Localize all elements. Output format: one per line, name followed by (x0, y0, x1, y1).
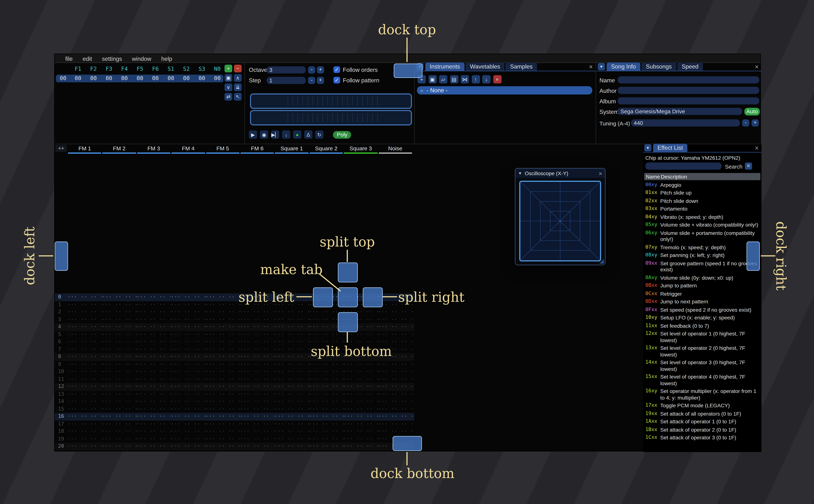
pattern-cell[interactable]: ··· ·· ·· ·· (67, 391, 102, 398)
pattern-cell[interactable]: ··· ·· ·· ·· (240, 383, 274, 391)
instruments-toolbar-button[interactable]: ▱ (439, 75, 448, 83)
pattern-cell[interactable]: ··· ·· ·· ·· (343, 413, 378, 420)
pattern-cell[interactable]: ··· ·· ·· ·· (309, 361, 343, 368)
pattern-cell[interactable]: ··· ·· ·· ·· (67, 376, 102, 383)
pattern-cell[interactable]: ··· ·· ·· ·· (240, 361, 274, 368)
pattern-cell[interactable]: ··· ·· ·· ·· (205, 405, 240, 413)
pattern-cell[interactable]: ··· ·· ·· ·· (102, 353, 136, 361)
poly-button[interactable]: Poly (333, 131, 351, 139)
transport-button[interactable]: ↓ (282, 130, 290, 139)
tuning-field[interactable]: 440 (631, 119, 740, 127)
pattern-cell[interactable]: ··· ·· ·· ·· (171, 420, 205, 428)
close-icon[interactable]: × (586, 63, 596, 71)
pattern-cell[interactable]: ··· ·· ·· ·· (274, 376, 309, 383)
pattern-cell[interactable]: ··· ·· ·· ·· (205, 428, 240, 435)
pattern-cell[interactable]: ··· ·· ·· ·· (309, 428, 343, 435)
instrument-list-item[interactable]: ○- None - (417, 86, 592, 95)
pattern-cell[interactable]: ··· ·· ·· ·· (102, 338, 136, 346)
pattern-cell[interactable]: ··· ·· ·· ·· (274, 405, 309, 413)
piano-upper[interactable] (250, 93, 412, 109)
instruments-toolbar-button[interactable]: ▤ (450, 75, 458, 83)
orders-cell[interactable]: 00 (209, 75, 225, 82)
pattern-channel[interactable]: FM 1 (67, 145, 102, 153)
pattern-cell[interactable]: ··· ·· ·· ·· (67, 428, 102, 435)
orders-toolbar-button[interactable]: ↖ (234, 93, 242, 101)
instruments-tab[interactable]: Instruments (425, 62, 465, 71)
pattern-cell[interactable]: ··· ·· ·· ·· (171, 368, 205, 376)
pattern-cell[interactable]: ··· ·· ·· ·· (205, 316, 240, 323)
follow-pattern-checkbox[interactable]: ✓ (333, 77, 340, 83)
pattern-cell[interactable]: ··· ·· ·· ·· (67, 293, 102, 301)
pattern-cell[interactable]: ··· ·· ·· ·· (240, 353, 274, 361)
pattern-cell[interactable]: ··· ·· ·· ·· (205, 413, 240, 420)
pattern-cell[interactable]: ··· ·· ·· ·· (171, 443, 205, 450)
pattern-cell[interactable]: ··· ·· ·· ·· (343, 398, 378, 405)
pattern-cell[interactable]: ··· ·· ·· ·· (343, 428, 378, 435)
resize-grip[interactable] (600, 259, 604, 264)
menu-item[interactable]: window (127, 55, 156, 62)
pattern-cell[interactable]: ··· ·· ·· ·· (274, 308, 309, 316)
split-target-bottom[interactable] (338, 312, 358, 332)
pattern-cell[interactable]: ··· ·· ·· ·· (67, 308, 102, 316)
pattern-cell[interactable]: ··· ·· ·· ·· (343, 368, 378, 376)
pattern-channel[interactable]: Square 2 (309, 145, 343, 153)
pattern-cell[interactable]: ··· ·· ·· ·· (309, 331, 343, 338)
pattern-cell[interactable]: ··· ·· ·· ·· (309, 413, 343, 420)
pattern-cell[interactable]: ··· ·· ·· ·· (240, 331, 274, 338)
pattern-cell[interactable]: ··· ·· ·· ·· (136, 428, 171, 435)
pattern-cell[interactable]: ··· ·· ·· ·· (309, 383, 343, 391)
pattern-channel[interactable]: FM 6 (240, 145, 274, 153)
pattern-cell[interactable]: ··· ·· ·· ·· (67, 405, 102, 413)
pattern-cell[interactable]: ··· ·· ·· ·· (136, 338, 171, 346)
orders-toolbar-button[interactable]: + (224, 65, 232, 72)
step-plus-button[interactable]: + (317, 77, 324, 84)
follow-orders-label[interactable]: Follow orders (343, 66, 378, 74)
song-info-tab[interactable]: Song Info (607, 62, 640, 71)
pattern-cell[interactable]: ··· ·· ·· ·· (205, 346, 240, 353)
pattern-cell[interactable]: ··· ·· ·· ·· (240, 428, 274, 435)
pattern-cell[interactable]: ··· ·· ·· ·· (136, 293, 171, 301)
instruments-tab[interactable]: Samples (506, 62, 537, 71)
pattern-cell[interactable]: ··· ·· ·· ·· (274, 435, 309, 443)
follow-orders-checkbox[interactable]: ✓ (333, 66, 340, 73)
pattern-cell[interactable]: ··· ·· ·· ·· (171, 353, 205, 361)
orders-cell[interactable]: 00 (179, 75, 194, 82)
pattern-cell[interactable]: ··· ·· ·· ·· (205, 420, 240, 428)
pattern-cell[interactable]: ··· ·· ·· ·· (171, 301, 205, 309)
pattern-cell[interactable]: ··· ·· ·· ·· (136, 450, 171, 451)
octave-plus-button[interactable]: + (317, 66, 324, 74)
pattern-cell[interactable]: ··· ·· ·· ·· (309, 391, 343, 398)
pattern-channel[interactable]: FM 3 (136, 145, 171, 153)
pattern-cell[interactable]: ··· ·· ·· ·· (378, 376, 413, 383)
pattern-cell[interactable]: ··· ·· ·· ·· (378, 308, 413, 316)
orders-cell[interactable]: 00 (194, 75, 209, 82)
pattern-cell[interactable]: ··· ·· ·· ·· (205, 450, 240, 451)
pattern-cell[interactable]: ··· ·· ·· ·· (378, 383, 413, 391)
pattern-cell[interactable]: ··· ·· ·· ·· (274, 383, 309, 391)
pattern-cell[interactable]: ··· ·· ·· ·· (136, 383, 171, 391)
pattern-cell[interactable]: ··· ·· ·· ·· (171, 391, 205, 398)
pattern-cell[interactable]: ··· ·· ·· ·· (102, 450, 136, 451)
pattern-cell[interactable]: ··· ·· ·· ·· (136, 435, 171, 443)
pattern-cell[interactable]: ··· ·· ·· ·· (102, 391, 136, 398)
orders-row[interactable]: 00 00 00 00 00 00 00 00 00 00 (56, 75, 223, 82)
orders-cell[interactable]: 00 (148, 75, 163, 82)
pattern-cell[interactable]: ··· ·· ·· ·· (67, 323, 102, 331)
pattern-cell[interactable]: ··· ·· ·· ·· (205, 443, 240, 450)
pattern-cell[interactable]: ··· ·· ·· ·· (240, 413, 274, 420)
orders-toolbar-button[interactable]: ∨ (224, 83, 232, 91)
tab-list-dropdown-icon[interactable]: ▼ (644, 144, 651, 151)
pattern-cell[interactable]: ··· ·· ·· ·· (274, 450, 309, 451)
pattern-cell[interactable]: ··· ·· ·· ·· (67, 353, 102, 361)
pattern-cell[interactable]: ··· ·· ·· ·· (102, 376, 136, 383)
pattern-cell[interactable]: ··· ·· ·· ·· (378, 405, 413, 413)
instruments-tab[interactable]: Wavetables (466, 62, 505, 71)
pattern-cell[interactable]: ··· ·· ·· ·· (136, 368, 171, 376)
dock-target-left[interactable] (55, 242, 68, 271)
pattern-cell[interactable]: ··· ·· ·· ·· (136, 323, 171, 331)
pattern-cell[interactable]: ··· ·· ·· ·· (136, 376, 171, 383)
pattern-channel[interactable]: Square 3 (343, 145, 378, 153)
pattern-cell[interactable]: ··· ·· ·· ·· (67, 316, 102, 323)
pattern-cell[interactable]: ··· ·· ·· ·· (240, 398, 274, 405)
pattern-cell[interactable]: ··· ·· ·· ·· (274, 353, 309, 361)
